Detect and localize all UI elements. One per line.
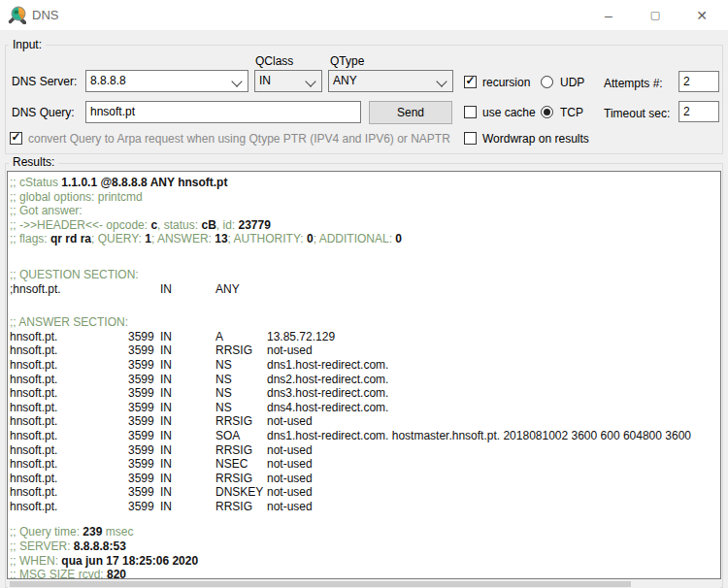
convert-arpa-label[interactable]: convert Query to Arpa request when using… <box>28 132 450 146</box>
chevron-down-icon[interactable] <box>231 76 242 86</box>
answer-record-row: hnsoft.pt.3599INNSdns4.host-redirect.com… <box>10 401 720 415</box>
udp-radio[interactable] <box>541 76 553 88</box>
result-line: ;; QUESTION SECTION: <box>10 268 720 282</box>
horizontal-scrollbar[interactable] <box>8 580 720 588</box>
dns-query-input[interactable]: hnsoft.pt <box>85 101 361 123</box>
scrollbar-thumb[interactable] <box>10 581 631 587</box>
use-cache-label[interactable]: use cache <box>482 106 536 119</box>
qtype-value: ANY <box>333 74 357 87</box>
result-line: ;; Query time: 239 msec <box>10 525 720 539</box>
answer-record-row: hnsoft.pt.3599INRRSIGnot-used <box>10 343 720 358</box>
dns-server-label: DNS Server: <box>12 75 77 88</box>
titlebar: DNS – ▢ ✕ <box>0 0 728 30</box>
wordwrap-label[interactable]: Wordwrap on results <box>482 132 589 146</box>
attempts-label: Attempts #: <box>604 77 663 90</box>
result-line: ;; Got answer: <box>10 204 720 218</box>
dns-query-label: DNS Query: <box>12 106 75 119</box>
qclass-label: QClass <box>255 54 293 68</box>
use-cache-checkbox[interactable]: ✓ <box>464 106 477 118</box>
answer-record-row: hnsoft.pt.3599INRRSIGnot-used <box>10 414 720 429</box>
qclass-combobox[interactable]: IN <box>254 70 322 92</box>
qtype-label: QType <box>330 54 364 68</box>
result-blank-line <box>10 246 720 268</box>
maximize-button[interactable]: ▢ <box>633 0 678 30</box>
chevron-down-icon[interactable] <box>436 76 447 86</box>
dns-server-value: 8.8.8.8 <box>90 74 126 87</box>
result-line: ;; flags: qr rd ra; QUERY: 1; ANSWER: 13… <box>10 232 720 246</box>
qclass-value: IN <box>259 74 271 87</box>
answer-record-row: hnsoft.pt.3599INDNSKEYnot-used <box>10 485 720 500</box>
attempts-input[interactable]: 2 <box>678 71 719 92</box>
answer-record-row: hnsoft.pt.3599INNSdns2.host-redirect.com… <box>10 373 720 387</box>
question-row: ;hnsoft.pt.INANY <box>10 282 720 297</box>
answer-record-row: hnsoft.pt.3599INRRSIGnot-used <box>10 443 720 458</box>
result-line: ;; cStatus 1.1.0.1 @8.8.8.8 ANY hnsoft.p… <box>10 176 720 190</box>
app-magnifier-icon <box>8 6 26 24</box>
answer-record-row: hnsoft.pt.3599INRRSIGnot-used <box>10 500 720 514</box>
result-line: ;; ANSWER SECTION: <box>10 315 720 330</box>
result-line: ;; SERVER: 8.8.8.8:53 <box>10 539 720 554</box>
close-button[interactable]: ✕ <box>679 0 724 30</box>
tcp-label[interactable]: TCP <box>560 106 583 119</box>
convert-arpa-checkbox[interactable]: ✓ <box>10 132 22 145</box>
udp-label[interactable]: UDP <box>560 76 584 89</box>
result-blank-line <box>10 513 720 525</box>
answer-record-row: hnsoft.pt.3599INNSECnot-used <box>10 457 720 472</box>
answer-record-row: hnsoft.pt.3599INSOAdns1.host-redirect.co… <box>10 429 720 443</box>
recursion-checkbox[interactable]: ✓ <box>464 76 477 88</box>
dns-app-window: DNS – ▢ ✕ Input: DNS Server: 8.8.8.8 QCl… <box>0 0 728 588</box>
input-legend: Input: <box>9 38 46 51</box>
result-line: ;; global options: printcmd <box>10 190 720 205</box>
timeout-label: Timeout sec: <box>604 107 670 120</box>
window-title: DNS <box>32 8 58 22</box>
result-line: ;; MSG SIZE rcvd: 820 <box>10 568 720 579</box>
answer-record-row: hnsoft.pt.3599INNSdns3.host-redirect.com… <box>10 386 720 401</box>
results-legend: Results: <box>9 155 58 169</box>
timeout-input[interactable]: 2 <box>678 101 719 122</box>
wordwrap-checkbox[interactable]: ✓ <box>464 132 477 145</box>
recursion-label[interactable]: recursion <box>482 76 530 89</box>
qtype-combobox[interactable]: ANY <box>328 70 453 92</box>
tcp-radio[interactable] <box>541 106 553 118</box>
result-blank-line <box>10 296 720 315</box>
minimize-button[interactable]: – <box>586 0 631 30</box>
chevron-down-icon[interactable] <box>305 76 315 86</box>
dns-server-combobox[interactable]: 8.8.8.8 <box>85 70 248 92</box>
answer-record-row: hnsoft.pt.3599INA13.85.72.129 <box>10 330 720 344</box>
send-button[interactable]: Send <box>369 101 452 124</box>
answer-record-row: hnsoft.pt.3599INRRSIGnot-used <box>10 472 720 486</box>
results-output-panel[interactable]: ;; cStatus 1.1.0.1 @8.8.8.8 ANY hnsoft.p… <box>7 171 721 579</box>
answer-record-row: hnsoft.pt.3599INNSdns1.host-redirect.com… <box>10 358 720 373</box>
result-line: ;; WHEN: qua jun 17 18:25:06 2020 <box>10 554 720 569</box>
result-line: ;; ->>HEADER<<- opcode: c, status: cB, i… <box>10 218 720 233</box>
